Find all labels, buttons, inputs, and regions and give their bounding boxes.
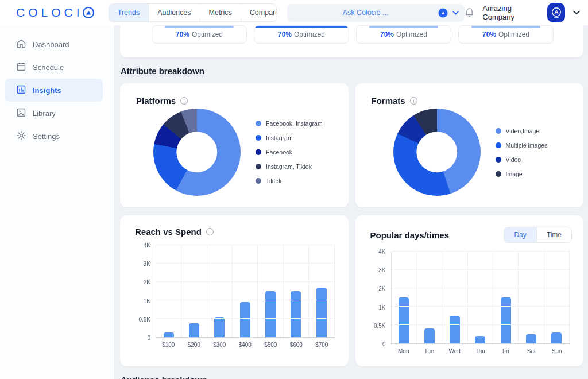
chart-column (309, 245, 334, 337)
sidebar-item-schedule[interactable]: Schedule (5, 56, 103, 79)
optimized-value: 70% (482, 30, 496, 38)
y-tick-label: 0 (382, 341, 386, 347)
y-tick-label: 0 (147, 335, 150, 341)
legend-item: Instagram, Tiktok (256, 163, 323, 170)
formats-card: Formats i Video,ImageMultiple imagesVide… (355, 83, 584, 207)
main-content: 70%Optimized70%Optimized70%Optimized70%O… (115, 25, 588, 379)
account-company-name[interactable]: Amazing Company (482, 4, 539, 21)
formats-donut-chart (393, 109, 481, 196)
sidebar-item-settings[interactable]: Settings (5, 125, 103, 148)
sidebar-item-label: Library (33, 109, 56, 118)
legend-label: Instagram (266, 134, 293, 141)
bar-100 (164, 332, 174, 337)
legend-dot (496, 142, 501, 148)
optimized-value: 70% (380, 30, 394, 38)
x-tick-label: $100 (156, 342, 181, 348)
view-tabs: TrendsAudiencesMetricsCompare (109, 3, 277, 22)
x-tick-label: Sat (519, 348, 544, 354)
gridline (392, 251, 570, 252)
optimized-label: Optimized (498, 30, 529, 38)
legend-label: Video,Image (506, 127, 540, 134)
tab-metrics[interactable]: Metrics (200, 4, 241, 21)
chart-column (207, 245, 233, 337)
progress-accent-line (254, 26, 349, 28)
toggle-day-button[interactable]: Day (504, 227, 536, 242)
search-placeholder: Ask Colocio ... (293, 9, 439, 17)
optimized-value: 70% (176, 30, 189, 38)
legend-label: Instagram, Tiktok (266, 163, 312, 170)
company-avatar[interactable]: A (547, 3, 565, 22)
legend-label: Multiple images (506, 142, 548, 149)
y-tick-label: 0.5K (374, 322, 386, 328)
ask-colocio-search-input[interactable]: Ask Colocio ... (287, 4, 465, 22)
account-chevron-down-icon[interactable] (573, 10, 580, 15)
sidebar-item-label: Dashboard (33, 40, 69, 49)
legend-item: Video (496, 156, 548, 163)
formats-legend: Video,ImageMultiple imagesVideoImage (496, 120, 548, 185)
bar-Wed (450, 316, 460, 343)
sidebar-item-label: Insights (33, 86, 61, 95)
optimized-card-4[interactable]: 70%Optimized (458, 25, 554, 44)
optimized-cards-container: 70%Optimized70%Optimized70%Optimized70%O… (120, 25, 583, 57)
settings-gear-icon (16, 130, 26, 142)
legend-item: Instagram (256, 134, 323, 141)
day-time-toggle: DayTime (504, 227, 572, 243)
donut-hole (416, 132, 457, 172)
gridline (392, 288, 570, 288)
sidebar-item-label: Settings (33, 132, 60, 141)
bar-Mon (399, 297, 409, 343)
search-chevron-down-icon[interactable] (452, 11, 459, 15)
sidebar-item-label: Schedule (33, 63, 64, 72)
y-tick-label: 3K (144, 261, 150, 267)
app-logo: COLOCI (0, 6, 109, 20)
popular-days-plot (391, 252, 570, 344)
x-tick-label: Mon (391, 348, 417, 354)
tab-trends[interactable]: Trends (109, 4, 148, 21)
gridline (392, 324, 570, 325)
reach-vs-spend-title: Reach vs Spend (135, 227, 202, 237)
tab-compare[interactable]: Compare (241, 4, 277, 21)
colocio-ai-icon (438, 8, 448, 18)
gridline (156, 300, 335, 300)
toggle-time-button[interactable]: Time (536, 227, 571, 242)
platforms-card: Platforms i Facebook, InstagramInstagram… (120, 83, 349, 207)
reach-vs-spend-info-icon[interactable]: i (206, 228, 214, 235)
attribute-breakdown-heading: Attribute breakdown (121, 66, 583, 76)
legend-label: Video (506, 156, 521, 163)
sidebar-item-insights[interactable]: Insights (5, 79, 103, 102)
legend-item: Facebook (256, 149, 323, 156)
optimized-card-3[interactable]: 70%Optimized (356, 25, 451, 44)
optimized-card-1[interactable]: 70%Optimized (152, 25, 247, 44)
optimized-label: Optimized (192, 30, 223, 38)
bar-Sat (526, 334, 536, 343)
legend-dot (256, 164, 261, 169)
legend-item: Facebook, Instagram (256, 120, 323, 127)
sidebar-item-library[interactable]: Library (5, 102, 103, 125)
chart-column (233, 245, 258, 337)
x-tick-label: $600 (284, 342, 310, 348)
tab-audiences[interactable]: Audiences (148, 4, 199, 21)
chart-column (493, 252, 519, 343)
legend-item: Tiktok (256, 177, 323, 184)
legend-label: Facebook (266, 149, 292, 156)
optimized-card-2[interactable]: 70%Optimized (254, 25, 349, 44)
library-image-icon (16, 107, 26, 119)
legend-dot (256, 121, 261, 126)
formats-info-icon[interactable]: i (410, 97, 417, 105)
platforms-legend: Facebook, InstagramInstagramFacebookInst… (256, 113, 323, 192)
y-tick-label: 0.5K (138, 316, 150, 322)
gridline (156, 281, 335, 282)
sidebar-item-dashboard[interactable]: Dashboard (5, 33, 103, 56)
popular-days-times-card: Popular days/times DayTime 00.5K1K2K3K4K… (355, 215, 584, 366)
optimized-label: Optimized (294, 30, 325, 38)
legend-dot (256, 149, 261, 155)
legend-item: Video,Image (496, 127, 548, 134)
chart-column (284, 245, 309, 337)
notifications-bell-icon[interactable] (465, 7, 474, 18)
top-header: COLOCI TrendsAudiencesMetricsCompare Ask… (0, 0, 588, 25)
legend-dot (496, 128, 501, 134)
platforms-info-icon[interactable]: i (180, 97, 188, 105)
legend-label: Image (506, 171, 523, 177)
chart-column (544, 252, 570, 343)
progress-accent-line (165, 26, 234, 28)
